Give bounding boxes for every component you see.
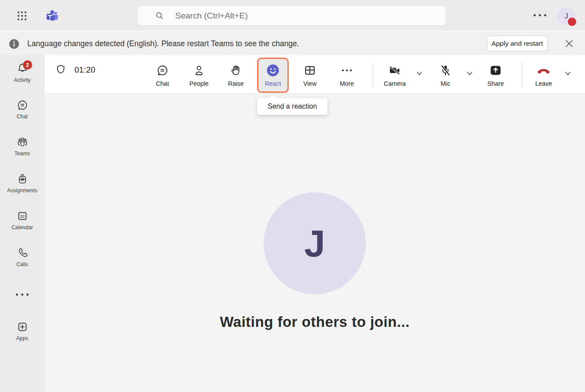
app-launcher-icon[interactable] <box>17 11 27 21</box>
participant-avatar: J <box>264 192 366 294</box>
sidebar-item-label: Calls <box>16 261 28 267</box>
presence-busy-indicator <box>568 18 576 26</box>
camera-off-icon <box>388 64 401 77</box>
banner-message: Language changes detected (English). Ple… <box>27 32 299 55</box>
sidebar-item-label: Calendar <box>11 224 33 231</box>
search-input[interactable] <box>175 11 422 21</box>
settings-more-icon[interactable] <box>533 14 547 18</box>
toolbar-people-label: People <box>189 80 209 87</box>
search-icon <box>155 11 165 21</box>
sidebar-more-icon[interactable] <box>16 293 29 297</box>
sidebar-item-label: Assignments <box>7 187 37 194</box>
meeting-stage: J Waiting for others to join... <box>44 94 585 392</box>
toolbar-leave-label: Leave <box>535 80 552 87</box>
language-notification-banner: Language changes detected (English). Ple… <box>0 32 585 55</box>
apps-icon <box>16 321 29 333</box>
toolbar-leave-button[interactable]: Leave <box>528 58 559 93</box>
sidebar-item-label: Chat <box>17 114 28 120</box>
toolbar-raise-button[interactable]: Raise <box>220 58 252 93</box>
toolbar-raise-label: Raise <box>228 80 244 87</box>
leave-call-icon <box>537 64 550 77</box>
sidebar-item-label: Activity <box>14 77 30 83</box>
search-bar[interactable] <box>138 6 446 26</box>
left-navigation-rail: Activity 2 Chat Teams <box>0 55 44 392</box>
meeting-timer: 01:20 <box>74 65 96 75</box>
sidebar-item-chat[interactable]: Chat <box>0 99 44 126</box>
toolbar-more-button[interactable]: More <box>331 58 363 93</box>
share-screen-icon <box>489 64 502 77</box>
sidebar-item-teams[interactable]: Teams <box>0 136 44 163</box>
mic-options-chevron-icon[interactable] <box>467 71 473 76</box>
toolbar-more-label: More <box>340 80 354 87</box>
mic-off-icon <box>439 64 452 77</box>
toolbar-react-button[interactable]: React <box>257 58 289 93</box>
send-reaction-tooltip: Send a reaction <box>257 98 327 115</box>
backpack-icon <box>16 173 29 185</box>
toolbar-mic-button[interactable]: Mic <box>430 58 461 93</box>
sidebar-item-calls[interactable]: Calls <box>0 247 44 274</box>
view-grid-icon <box>303 64 316 77</box>
teams-logo-icon <box>46 9 59 22</box>
info-icon <box>9 39 19 49</box>
react-smiley-icon <box>266 64 280 77</box>
sidebar-item-calendar[interactable]: Calendar <box>0 210 44 237</box>
sidebar-item-label: Teams <box>15 150 30 157</box>
calendar-icon <box>16 210 29 222</box>
sidebar-item-label: Apps <box>16 335 28 341</box>
activity-badge: 2 <box>23 60 32 70</box>
toolbar-share-label: Share <box>487 80 504 87</box>
toolbar-camera-button[interactable]: Camera <box>379 58 411 93</box>
phone-icon <box>16 247 29 259</box>
tooltip-text: Send a reaction <box>268 103 317 110</box>
toolbar-share-button[interactable]: Share <box>480 58 511 93</box>
more-dots-icon <box>340 64 353 77</box>
sidebar-item-apps[interactable]: Apps <box>0 321 44 348</box>
profile-avatar[interactable]: J <box>557 7 575 25</box>
toolbar-divider <box>373 62 373 87</box>
toolbar-divider <box>522 62 522 87</box>
top-bar: J <box>0 0 585 31</box>
participant-avatar-initial: J <box>304 222 325 265</box>
shield-icon[interactable] <box>55 64 66 75</box>
toolbar-chat-button[interactable]: Chat <box>147 58 178 93</box>
apply-and-restart-button[interactable]: Apply and restart <box>487 36 548 51</box>
leave-options-chevron-icon[interactable] <box>565 71 571 76</box>
toolbar-chat-label: Chat <box>156 80 169 87</box>
chat-bubble-icon <box>16 99 29 111</box>
raise-hand-icon <box>229 64 243 77</box>
toolbar-react-label: React <box>265 80 281 87</box>
toolbar-camera-label: Camera <box>384 80 406 87</box>
meeting-toolbar: 01:20 Chat People <box>44 55 585 94</box>
teams-people-icon <box>16 136 29 148</box>
close-icon[interactable] <box>564 39 574 48</box>
chat-icon <box>156 64 169 77</box>
toolbar-view-button[interactable]: View <box>294 58 326 93</box>
toolbar-mic-label: Mic <box>441 80 450 87</box>
people-icon <box>192 64 206 77</box>
sidebar-item-activity[interactable]: Activity 2 <box>0 62 44 90</box>
camera-options-chevron-icon[interactable] <box>416 71 423 76</box>
toolbar-people-button[interactable]: People <box>183 58 215 93</box>
waiting-text: Waiting for others to join... <box>44 314 585 330</box>
teams-app-window: J Language changes detected (English). P… <box>0 0 585 392</box>
sidebar-item-assignments[interactable]: Assignments <box>0 173 44 200</box>
profile-avatar-initial: J <box>564 12 568 21</box>
toolbar-view-label: View <box>303 80 316 87</box>
